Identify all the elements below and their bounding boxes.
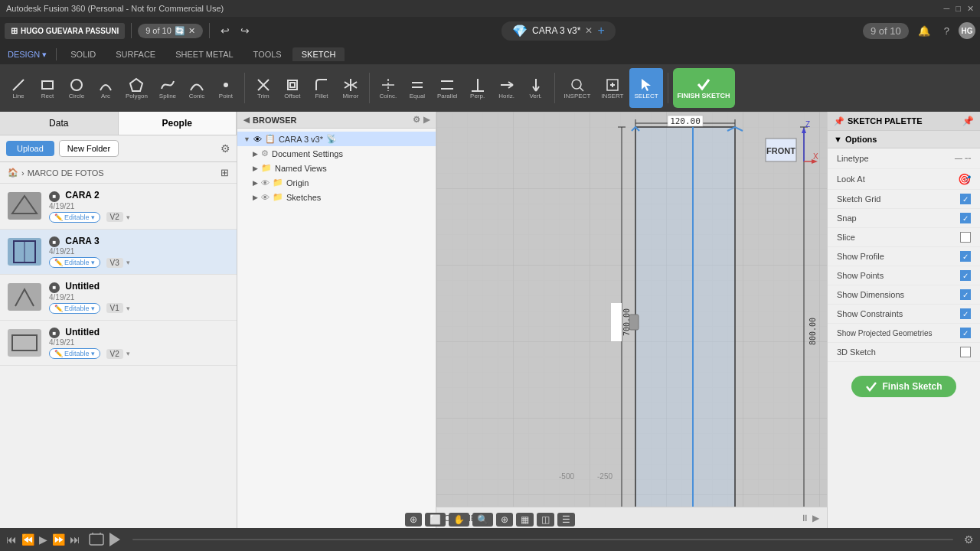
new-folder-button[interactable]: New Folder bbox=[59, 140, 119, 157]
viewport-fit-icon[interactable]: ⊕ bbox=[405, 513, 422, 527]
options-section-header[interactable]: ▼ Options bbox=[828, 131, 980, 148]
view-cube[interactable]: Z X FRONT bbox=[758, 119, 819, 173]
redo-btn[interactable]: ↪ bbox=[236, 21, 254, 40]
design-dropdown[interactable]: DESIGN ▾ bbox=[3, 47, 51, 63]
tree-node-sketches[interactable]: ▶ 👁 📁 Sketches bbox=[237, 190, 436, 204]
tool-vertical[interactable]: Vert. bbox=[522, 68, 550, 108]
tool-polygon[interactable]: Polygon bbox=[121, 68, 152, 108]
show-profile-checkbox[interactable]: ✓ bbox=[960, 251, 971, 262]
sep-right bbox=[668, 73, 668, 103]
viewport-list-icon[interactable]: ☰ bbox=[557, 513, 575, 527]
viewport-pan-icon[interactable]: ✋ bbox=[449, 513, 469, 527]
brand-logo[interactable]: ⊞ HUGO GUEVARA PASSUNI bbox=[5, 23, 125, 39]
tool-trim[interactable]: Trim bbox=[250, 68, 277, 108]
tool-line[interactable]: Line bbox=[5, 68, 32, 108]
tool-insert[interactable]: INSERT bbox=[596, 68, 628, 108]
3d-sketch-checkbox[interactable] bbox=[960, 347, 971, 357]
file-thumbnail bbox=[8, 283, 41, 311]
timeline-settings-icon[interactable]: ⚙ bbox=[964, 533, 974, 546]
file-item[interactable]: ■ Untitled 4/19/21 ✏️ Editable ▾ V2 ▾ bbox=[0, 321, 237, 367]
timeline-last-btn[interactable]: ⏭ bbox=[70, 533, 80, 546]
tool-circle[interactable]: Circle bbox=[63, 68, 90, 108]
tool-parallel[interactable]: Parallel bbox=[433, 68, 462, 108]
finish-sketch-button[interactable]: Finish Sketch bbox=[851, 376, 956, 397]
upload-button[interactable]: Upload bbox=[6, 141, 54, 156]
timeline-play-btn[interactable]: ▶ bbox=[39, 533, 47, 546]
tool-perpendicular[interactable]: Perp. bbox=[464, 68, 492, 108]
tab-sheet-metal[interactable]: SHEET METAL bbox=[166, 47, 242, 61]
tool-select[interactable]: SELECT bbox=[629, 68, 662, 108]
home-icon[interactable]: 🏠 bbox=[8, 168, 18, 178]
file-item[interactable]: ■ CARA 2 4/19/21 ✏️ Editable ▾ V2 ▾ bbox=[0, 184, 237, 230]
version-counter-1[interactable]: 9 of 10 🔄 ✕ bbox=[138, 24, 203, 38]
tab-solid[interactable]: SOLID bbox=[61, 47, 105, 61]
tab-data[interactable]: Data bbox=[0, 112, 119, 135]
doc-close-btn[interactable]: ✕ bbox=[585, 25, 593, 36]
maximize-btn[interactable]: □ bbox=[956, 4, 961, 14]
viewport-frame-icon[interactable]: ⬜ bbox=[425, 513, 446, 527]
tool-mirror[interactable]: Mirror bbox=[337, 68, 364, 108]
viewport-grid-icon[interactable]: ▦ bbox=[516, 513, 534, 527]
browser-expand-btn[interactable]: ▶ bbox=[423, 115, 430, 125]
timeline-next-btn[interactable]: ⏩ bbox=[52, 533, 65, 546]
show-dimensions-checkbox[interactable]: ✓ bbox=[960, 289, 971, 300]
tree-label-settings: Document Settings bbox=[272, 149, 343, 158]
tree-node-origin[interactable]: ▶ 👁 📁 Origin bbox=[237, 175, 436, 190]
tool-conic[interactable]: Conic bbox=[183, 68, 211, 108]
palette-pin-btn[interactable]: 📌 bbox=[962, 116, 974, 126]
notification-icon[interactable]: 🔔 bbox=[913, 22, 935, 40]
tree-node-views[interactable]: ▶ 📁 Named Views bbox=[237, 161, 436, 175]
tool-coincident[interactable]: Coinc. bbox=[374, 68, 402, 108]
viewport-display-icon[interactable]: ◫ bbox=[537, 513, 554, 527]
tool-rectangle[interactable]: Rect bbox=[34, 68, 61, 108]
slice-checkbox[interactable] bbox=[960, 232, 971, 243]
tool-equal[interactable]: Equal bbox=[403, 68, 431, 108]
settings-icon-btn[interactable]: ⚙ bbox=[220, 142, 230, 155]
linetype-solid-icon[interactable]: ─ bbox=[955, 152, 962, 165]
doc-name-pill: 💎 CARA 3 v3* ✕ + bbox=[501, 21, 616, 41]
linetype-dashed-icon[interactable]: ╌ bbox=[965, 152, 971, 165]
breadcrumb-action-icon[interactable]: ⊞ bbox=[220, 167, 229, 178]
tree-node-settings[interactable]: ▶ ⚙ Document Settings bbox=[237, 146, 436, 161]
comments-collapse-icon[interactable]: ⏸ bbox=[800, 513, 809, 523]
close-btn[interactable]: ✕ bbox=[967, 4, 974, 14]
browser-collapse-btn[interactable]: ◀ bbox=[243, 116, 250, 124]
comments-expand-icon[interactable]: ▶ bbox=[812, 513, 819, 523]
undo-btn[interactable]: ↩ bbox=[216, 21, 234, 40]
timeline-track[interactable] bbox=[132, 539, 953, 540]
help-icon[interactable]: ? bbox=[939, 22, 954, 40]
viewport-zoom-fit[interactable]: ⊕ bbox=[496, 513, 513, 527]
show-constraints-checkbox[interactable]: ✓ bbox=[960, 308, 971, 319]
tool-arc[interactable]: Arc bbox=[92, 68, 119, 108]
sketch-grid-checkbox[interactable]: ✓ bbox=[960, 194, 971, 204]
pencil-icon: ✏️ bbox=[54, 214, 63, 221]
file-item[interactable]: ■ CARA 3 4/19/21 ✏️ Editable ▾ V3 ▾ bbox=[0, 230, 237, 276]
timeline-prev-btn[interactable]: ⏪ bbox=[21, 533, 34, 546]
browser-settings-icon[interactable]: ⚙ bbox=[413, 115, 420, 125]
viewport-zoom-icon[interactable]: 🔍 bbox=[472, 513, 493, 527]
version-counter-2[interactable]: 9 of 10 bbox=[863, 23, 909, 39]
tool-spline[interactable]: Spline bbox=[154, 68, 181, 108]
finish-sketch-ribbon-btn[interactable]: FINISH SKETCH bbox=[673, 68, 735, 108]
tab-people[interactable]: People bbox=[119, 112, 237, 135]
timeline-first-btn[interactable]: ⏮ bbox=[6, 533, 17, 546]
lookat-btn[interactable]: 🎯 bbox=[958, 173, 971, 185]
tool-fillet[interactable]: Fillet bbox=[308, 68, 335, 108]
tab-tools[interactable]: TOOLS bbox=[244, 47, 291, 61]
snap-checkbox[interactable]: ✓ bbox=[960, 213, 971, 223]
tool-point[interactable]: Point bbox=[212, 68, 240, 108]
tool-offset[interactable]: Offset bbox=[279, 68, 306, 108]
tab-surface[interactable]: SURFACE bbox=[106, 47, 165, 61]
window-controls[interactable]: ─ □ ✕ bbox=[944, 4, 974, 14]
tool-inspect[interactable]: INSPECT bbox=[560, 68, 596, 108]
file-item[interactable]: ■ Untitled 4/19/21 ✏️ Editable ▾ V1 ▾ bbox=[0, 275, 237, 321]
avatar[interactable]: HG bbox=[959, 22, 975, 39]
canvas-area[interactable]: 120.00 700.00 800.00 100.00 -500 -250 bbox=[436, 112, 827, 528]
tree-node-doc[interactable]: ▼ 👁 📋 CARA 3 v3* 📡 bbox=[237, 132, 436, 146]
projected-geo-checkbox[interactable]: ✓ bbox=[960, 328, 971, 338]
show-points-checkbox[interactable]: ✓ bbox=[960, 270, 971, 281]
tab-sketch[interactable]: SKETCH bbox=[292, 47, 345, 61]
tool-horizontal[interactable]: Horiz. bbox=[493, 68, 521, 108]
doc-add-btn[interactable]: + bbox=[597, 24, 604, 37]
minimize-btn[interactable]: ─ bbox=[944, 4, 950, 14]
